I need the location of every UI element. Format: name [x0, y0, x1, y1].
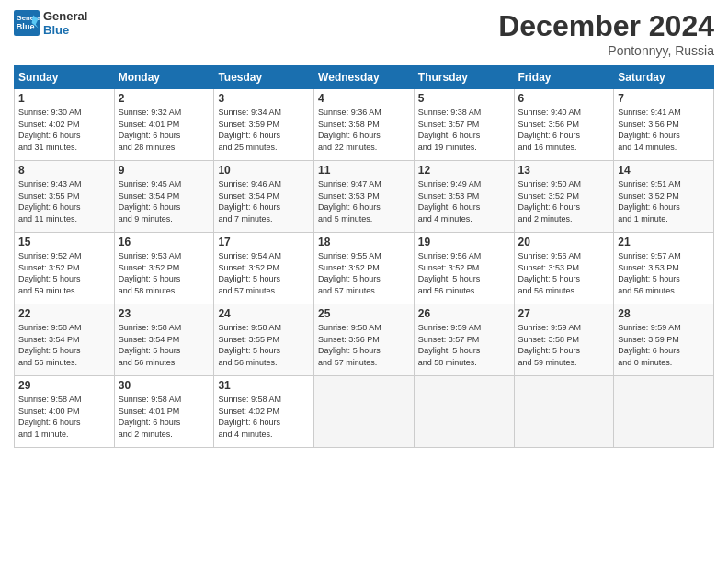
day-number: 17: [218, 236, 310, 248]
week-row-3: 15Sunrise: 9:52 AMSunset: 3:52 PMDayligh…: [15, 233, 714, 304]
day-number: 4: [318, 92, 410, 105]
info-line: Sunset: 3:53 PM: [518, 262, 610, 274]
day-number: 8: [18, 164, 110, 177]
info-line: Sunset: 3:54 PM: [18, 334, 110, 346]
day-cell: [414, 376, 514, 448]
info-line: Daylight: 6 hours: [18, 417, 110, 429]
logo-text: GeneralBlue: [43, 9, 87, 37]
day-cell: 29Sunrise: 9:58 AMSunset: 4:00 PMDayligh…: [15, 376, 115, 448]
title-block: December 2024 Pontonnyy, Russia: [498, 9, 714, 58]
day-cell: 3Sunrise: 9:34 AMSunset: 3:59 PMDaylight…: [214, 89, 314, 161]
info-line: Sunset: 3:56 PM: [518, 119, 610, 131]
day-number: 20: [518, 236, 610, 248]
day-info: Sunrise: 9:40 AMSunset: 3:56 PMDaylight:…: [518, 107, 610, 153]
day-number: 7: [618, 92, 710, 105]
day-cell: 19Sunrise: 9:56 AMSunset: 3:52 PMDayligh…: [414, 233, 514, 304]
info-line: and 9 minutes.: [119, 213, 210, 225]
info-line: and 59 minutes.: [518, 357, 610, 369]
info-line: Daylight: 5 hours: [518, 345, 610, 357]
info-line: Sunset: 3:52 PM: [518, 190, 610, 202]
info-line: Daylight: 5 hours: [119, 345, 210, 357]
day-number: 6: [518, 92, 610, 105]
info-line: and 56 minutes.: [18, 357, 110, 369]
info-line: and 56 minutes.: [218, 357, 310, 369]
day-info: Sunrise: 9:32 AMSunset: 4:01 PMDaylight:…: [119, 107, 210, 153]
day-cell: 20Sunrise: 9:56 AMSunset: 3:53 PMDayligh…: [514, 233, 614, 304]
info-line: Daylight: 6 hours: [119, 130, 210, 142]
header-cell-thursday: Thursday: [414, 66, 514, 89]
info-line: Sunrise: 9:57 AM: [618, 250, 710, 262]
day-cell: 9Sunrise: 9:45 AMSunset: 3:54 PMDaylight…: [114, 161, 214, 233]
info-line: Sunrise: 9:32 AM: [119, 107, 210, 119]
info-line: Sunrise: 9:55 AM: [318, 250, 410, 262]
day-cell: 16Sunrise: 9:53 AMSunset: 3:52 PMDayligh…: [114, 233, 214, 304]
info-line: Daylight: 5 hours: [218, 345, 310, 357]
day-info: Sunrise: 9:50 AMSunset: 3:52 PMDaylight:…: [518, 178, 610, 224]
info-line: Daylight: 6 hours: [218, 130, 310, 142]
info-line: Daylight: 6 hours: [218, 417, 310, 429]
day-number: 29: [18, 379, 110, 392]
day-cell: [314, 376, 415, 448]
info-line: Sunset: 3:56 PM: [318, 334, 410, 346]
info-line: Daylight: 6 hours: [618, 201, 710, 213]
info-line: and 28 minutes.: [119, 142, 210, 154]
info-line: and 4 minutes.: [218, 429, 310, 441]
logo-icon: General Blue: [14, 10, 40, 36]
day-info: Sunrise: 9:58 AMSunset: 3:56 PMDaylight:…: [318, 322, 410, 368]
info-line: Sunset: 3:55 PM: [18, 190, 110, 202]
info-line: Daylight: 5 hours: [218, 273, 310, 285]
day-info: Sunrise: 9:34 AMSunset: 3:59 PMDaylight:…: [218, 107, 310, 153]
day-number: 23: [119, 307, 210, 320]
info-line: Sunrise: 9:58 AM: [119, 394, 210, 406]
info-line: Sunset: 4:02 PM: [218, 406, 310, 418]
day-info: Sunrise: 9:47 AMSunset: 3:53 PMDaylight:…: [318, 178, 410, 224]
day-cell: 25Sunrise: 9:58 AMSunset: 3:56 PMDayligh…: [314, 304, 415, 376]
day-info: Sunrise: 9:45 AMSunset: 3:54 PMDaylight:…: [119, 178, 210, 224]
info-line: Sunrise: 9:45 AM: [119, 178, 210, 190]
day-info: Sunrise: 9:59 AMSunset: 3:57 PMDaylight:…: [418, 322, 510, 368]
info-line: Sunset: 3:53 PM: [618, 262, 710, 274]
header-cell-tuesday: Tuesday: [214, 66, 314, 89]
day-cell: 11Sunrise: 9:47 AMSunset: 3:53 PMDayligh…: [314, 161, 415, 233]
day-info: Sunrise: 9:36 AMSunset: 3:58 PMDaylight:…: [318, 107, 410, 153]
info-line: Sunrise: 9:46 AM: [218, 178, 310, 190]
info-line: Sunrise: 9:49 AM: [418, 178, 510, 190]
info-line: Sunset: 3:53 PM: [318, 190, 410, 202]
day-number: 16: [119, 236, 210, 248]
info-line: Sunset: 4:01 PM: [119, 406, 210, 418]
info-line: and 57 minutes.: [318, 357, 410, 369]
info-line: and 1 minute.: [18, 429, 110, 441]
info-line: Sunrise: 9:34 AM: [218, 107, 310, 119]
info-line: and 7 minutes.: [218, 213, 310, 225]
info-line: and 56 minutes.: [119, 357, 210, 369]
info-line: and 56 minutes.: [618, 285, 710, 297]
day-number: 1: [18, 92, 110, 105]
day-cell: 5Sunrise: 9:38 AMSunset: 3:57 PMDaylight…: [414, 89, 514, 161]
info-line: Daylight: 6 hours: [318, 130, 410, 142]
info-line: Sunrise: 9:58 AM: [218, 394, 310, 406]
day-cell: 4Sunrise: 9:36 AMSunset: 3:58 PMDaylight…: [314, 89, 415, 161]
day-info: Sunrise: 9:38 AMSunset: 3:57 PMDaylight:…: [418, 107, 510, 153]
day-info: Sunrise: 9:59 AMSunset: 3:59 PMDaylight:…: [618, 322, 710, 368]
day-info: Sunrise: 9:30 AMSunset: 4:02 PMDaylight:…: [18, 107, 110, 153]
day-cell: 22Sunrise: 9:58 AMSunset: 3:54 PMDayligh…: [15, 304, 115, 376]
info-line: Sunset: 3:52 PM: [218, 262, 310, 274]
day-cell: 6Sunrise: 9:40 AMSunset: 3:56 PMDaylight…: [514, 89, 614, 161]
info-line: and 16 minutes.: [518, 142, 610, 154]
day-number: 5: [418, 92, 510, 105]
day-cell: 26Sunrise: 9:59 AMSunset: 3:57 PMDayligh…: [414, 304, 514, 376]
logo: General Blue GeneralBlue: [14, 9, 87, 37]
info-line: Sunset: 3:59 PM: [618, 334, 710, 346]
info-line: Sunrise: 9:59 AM: [618, 322, 710, 334]
info-line: and 56 minutes.: [418, 285, 510, 297]
day-cell: 28Sunrise: 9:59 AMSunset: 3:59 PMDayligh…: [614, 304, 714, 376]
day-number: 27: [518, 307, 610, 320]
info-line: Daylight: 5 hours: [119, 273, 210, 285]
day-info: Sunrise: 9:58 AMSunset: 3:54 PMDaylight:…: [18, 322, 110, 368]
day-info: Sunrise: 9:55 AMSunset: 3:52 PMDaylight:…: [318, 250, 410, 296]
day-info: Sunrise: 9:51 AMSunset: 3:52 PMDaylight:…: [618, 178, 710, 224]
info-line: and 58 minutes.: [119, 285, 210, 297]
day-cell: 8Sunrise: 9:43 AMSunset: 3:55 PMDaylight…: [15, 161, 115, 233]
info-line: Daylight: 5 hours: [418, 273, 510, 285]
day-number: 25: [318, 307, 410, 320]
